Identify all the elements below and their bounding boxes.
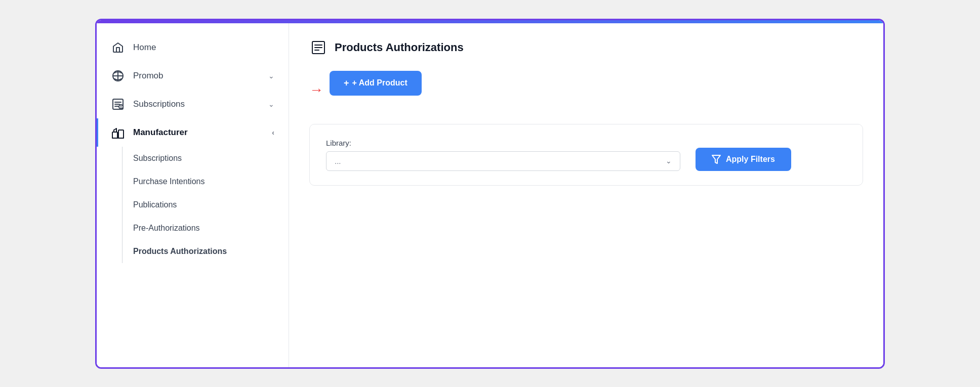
red-arrow-add-product: → — [309, 82, 323, 98]
manufacturer-submenu: Subscriptions Purchase Intentions Public… — [97, 147, 289, 263]
home-icon — [111, 40, 125, 55]
sidebar-item-home[interactable]: Home — [97, 33, 289, 62]
add-product-label: + Add Product — [352, 78, 407, 88]
sidebar: Home Promob ⌄ — [97, 23, 289, 367]
add-product-icon: + — [344, 78, 349, 89]
library-select-value: ... — [335, 157, 341, 165]
sidebar-item-home-label: Home — [133, 42, 156, 53]
page-title: Products Authorizations — [335, 41, 464, 54]
add-product-section: → + + Add Product — [309, 71, 863, 110]
sidebar-item-subscriptions[interactable]: Subscriptions ⌄ — [97, 90, 289, 118]
page-header: Products Authorizations — [309, 38, 863, 57]
library-filter-field: Library: ... ⌄ — [326, 139, 680, 171]
sub-products-authorizations-label: Products Authorizations — [133, 247, 227, 256]
sidebar-item-promob-label: Promob — [133, 71, 164, 81]
manufacturer-icon — [111, 125, 125, 140]
sub-pre-authorizations-label: Pre-Authorizations — [133, 224, 200, 233]
add-product-button[interactable]: + + Add Product — [330, 71, 422, 96]
sidebar-item-sub-publications[interactable]: Publications — [97, 193, 289, 217]
sidebar-item-subscriptions-label: Subscriptions — [133, 99, 185, 109]
sidebar-item-promob[interactable]: Promob ⌄ — [97, 62, 289, 90]
active-indicator — [97, 118, 98, 147]
svg-rect-11 — [118, 130, 124, 138]
apply-filters-label: Apply Filters — [726, 155, 775, 164]
page-header-icon — [309, 38, 328, 57]
sidebar-item-sub-purchase-intentions[interactable]: Purchase Intentions — [97, 170, 289, 193]
sidebar-item-sub-subscriptions[interactable]: Subscriptions — [97, 147, 289, 170]
sidebar-item-manufacturer-label: Manufacturer — [133, 127, 188, 138]
sidebar-item-sub-pre-authorizations[interactable]: Pre-Authorizations — [97, 217, 289, 240]
filter-icon — [712, 155, 721, 164]
main-layout: Home Promob ⌄ — [97, 23, 883, 367]
library-label: Library: — [326, 139, 680, 147]
sub-publications-label: Publications — [133, 200, 177, 209]
filter-panel: Library: ... ⌄ Apply Filters — [309, 124, 863, 186]
chevron-down-icon-2: ⌄ — [268, 100, 274, 108]
sidebar-item-sub-products-authorizations[interactable]: → Products Authorizations — [97, 240, 289, 263]
library-select[interactable]: ... ⌄ — [326, 151, 680, 171]
svg-rect-10 — [112, 132, 117, 138]
apply-filters-button[interactable]: Apply Filters — [696, 148, 791, 171]
content-area: Products Authorizations → + + Add Produc… — [289, 23, 883, 367]
sub-subscriptions-label: Subscriptions — [133, 154, 182, 163]
promob-icon — [111, 69, 125, 83]
sidebar-item-manufacturer[interactable]: → Manufacturer ‹ — [97, 118, 289, 147]
chevron-left-icon: ‹ — [272, 128, 274, 137]
subscriptions-icon — [111, 97, 125, 111]
chevron-down-select-icon: ⌄ — [666, 157, 672, 165]
chevron-down-icon: ⌄ — [268, 72, 274, 80]
sub-purchase-intentions-label: Purchase Intentions — [133, 177, 205, 186]
app-container: Home Promob ⌄ — [95, 19, 885, 369]
svg-marker-20 — [712, 155, 720, 163]
